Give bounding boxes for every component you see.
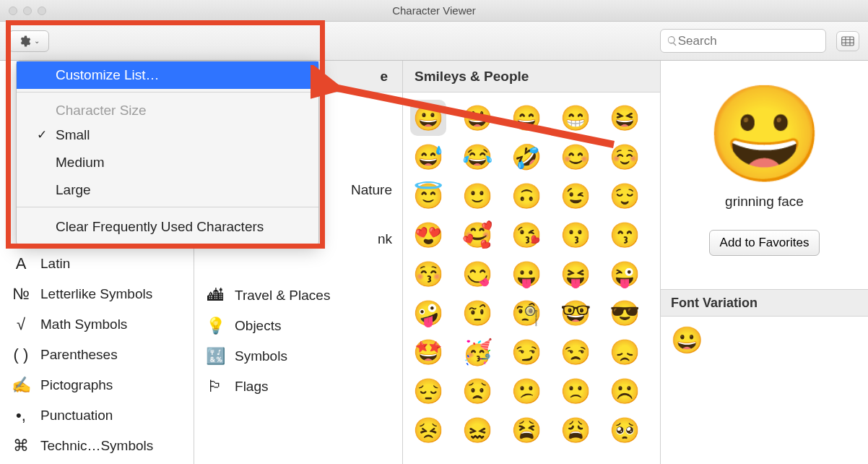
punctuation-icon: •, — [10, 405, 32, 426]
emoji-cell[interactable]: 😀 — [410, 100, 446, 136]
preview-name: grinning face — [725, 194, 804, 210]
travel-icon: 🏙 — [204, 285, 226, 306]
emoji-cell[interactable]: 😂 — [459, 139, 495, 175]
titlebar: Character Viewer — [0, 0, 868, 22]
emoji-cell[interactable]: 🥺 — [607, 412, 643, 448]
emoji-cell[interactable]: 😉 — [557, 178, 594, 214]
sidebar-item-label: Technic…Symbols — [40, 438, 153, 454]
emoji-cell[interactable]: 😇 — [410, 178, 446, 214]
sidebar-item-math[interactable]: √Math Symbols — [0, 309, 194, 340]
symbols-icon: 🔣 — [204, 345, 226, 367]
settings-dropdown: Customize List… Character Size Small Med… — [16, 61, 319, 246]
sidebar-item-technical[interactable]: ⌘Technic…Symbols — [0, 431, 194, 461]
menu-clear-frequently-used[interactable]: Clear Frequently Used Characters — [17, 210, 318, 242]
preview-pane: 😀 grinning face Add to Favorites Font Va… — [661, 61, 868, 464]
emoji-cell[interactable]: 😣 — [410, 412, 446, 448]
toolbar: ⌄ — [0, 22, 868, 61]
emoji-cell[interactable]: 🧐 — [508, 295, 544, 331]
preview-emoji: 😀 — [706, 87, 823, 181]
subcat-label: Objects — [235, 318, 281, 334]
sidebar-item-label: Letterlike Symbols — [40, 286, 152, 302]
math-icon: √ — [10, 314, 32, 335]
emoji-cell[interactable]: 😞 — [607, 334, 643, 370]
emoji-cell[interactable]: 😅 — [410, 139, 446, 175]
collapse-button[interactable] — [836, 31, 859, 51]
sidebar-item-label: Punctuation — [40, 408, 113, 424]
subcat-label: Flags — [235, 379, 268, 395]
close-window-button[interactable] — [9, 7, 17, 15]
emoji-cell[interactable]: 😃 — [459, 100, 495, 136]
emoji-cell[interactable]: 😖 — [459, 412, 495, 448]
subcat-flags[interactable]: 🏳Flags — [194, 371, 402, 402]
add-to-favorites-button[interactable]: Add to Favorites — [709, 230, 820, 256]
menu-size-large[interactable]: Large — [17, 176, 318, 204]
emoji-cell[interactable]: 😜 — [607, 256, 643, 292]
sidebar-item-label: Latin — [40, 256, 70, 272]
emoji-cell[interactable]: 😍 — [410, 217, 446, 253]
search-field[interactable] — [660, 29, 826, 53]
sidebar-item-parentheses[interactable]: ( )Parentheses — [0, 340, 194, 370]
font-variation-item[interactable]: 😀 — [661, 317, 868, 364]
subcat-travel[interactable]: 🏙Travel & Places — [194, 280, 402, 311]
emoji-cell[interactable]: 😎 — [607, 295, 643, 331]
emoji-cell[interactable]: 😆 — [607, 100, 643, 136]
parentheses-icon: ( ) — [10, 344, 32, 366]
window-title: Character Viewer — [392, 4, 476, 17]
menu-separator — [17, 92, 318, 93]
subcat-objects[interactable]: 💡Objects — [194, 311, 402, 341]
gear-icon — [18, 35, 31, 48]
emoji-cell[interactable]: 😩 — [557, 412, 594, 448]
subcat-symbols[interactable]: 🔣Symbols — [194, 341, 402, 371]
emoji-cell[interactable]: 😛 — [508, 256, 544, 292]
flags-icon: 🏳 — [204, 376, 226, 398]
emoji-cell[interactable]: 😘 — [508, 217, 544, 253]
emoji-cell[interactable]: 🥳 — [459, 334, 495, 370]
emoji-cell[interactable]: 😫 — [508, 412, 544, 448]
menu-size-label: Character Size — [17, 95, 318, 121]
emoji-cell[interactable]: 😊 — [557, 139, 594, 175]
emoji-grid: 😀😃😄😁😆😅😂🤣😊☺️😇🙂🙃😉😌😍🥰😘😗😙😚😋😛😝😜🤪🤨🧐🤓😎🤩🥳😏😒😞😔😟😕🙁… — [403, 93, 660, 455]
sidebar-item-label: Pictographs — [40, 377, 113, 393]
sidebar-item-label: Parentheses — [40, 347, 118, 363]
emoji-cell[interactable]: 🙂 — [459, 178, 495, 214]
emoji-cell[interactable]: ☹️ — [607, 373, 643, 409]
emoji-cell[interactable]: 🤩 — [410, 334, 446, 370]
sidebar-item-label: Math Symbols — [40, 317, 127, 332]
emoji-cell[interactable]: 🤪 — [410, 295, 446, 331]
search-input[interactable] — [678, 34, 820, 48]
emoji-cell[interactable]: 😙 — [607, 217, 643, 253]
technical-icon: ⌘ — [10, 435, 32, 457]
zoom-window-button[interactable] — [38, 7, 46, 15]
emoji-cell[interactable]: 😝 — [557, 256, 594, 292]
emoji-cell[interactable]: 😕 — [508, 373, 544, 409]
emoji-cell[interactable]: 😟 — [459, 373, 495, 409]
emoji-cell[interactable]: 🤣 — [508, 139, 544, 175]
emoji-cell[interactable]: 😚 — [410, 256, 446, 292]
emoji-cell[interactable]: 🙃 — [508, 178, 544, 214]
sidebar-item-letterlike[interactable]: №Letterlike Symbols — [0, 279, 194, 309]
menu-size-medium[interactable]: Medium — [17, 149, 318, 176]
emoji-cell[interactable]: 🤨 — [459, 295, 495, 331]
emoji-cell[interactable]: 😗 — [557, 217, 594, 253]
sidebar-item-punctuation[interactable]: •,Punctuation — [0, 400, 194, 431]
sidebar-item-latin[interactable]: ALatin — [0, 249, 194, 279]
grid-icon — [841, 36, 854, 46]
menu-customize-list[interactable]: Customize List… — [17, 61, 318, 89]
settings-menu-button[interactable]: ⌄ — [9, 30, 49, 52]
emoji-cell[interactable]: 😋 — [459, 256, 495, 292]
emoji-cell[interactable]: 😁 — [557, 100, 594, 136]
menu-size-small[interactable]: Small — [17, 121, 318, 149]
emoji-cell[interactable]: 😔 — [410, 373, 446, 409]
menu-separator — [17, 207, 318, 207]
emoji-cell[interactable]: 🤓 — [557, 295, 594, 331]
sidebar-item-pictographs[interactable]: ✍Pictographs — [0, 370, 194, 400]
emoji-cell[interactable]: 😄 — [508, 100, 544, 136]
emoji-cell[interactable]: 😏 — [508, 334, 544, 370]
minimize-window-button[interactable] — [23, 7, 32, 15]
emoji-cell[interactable]: 🙁 — [557, 373, 594, 409]
emoji-cell[interactable]: 😌 — [607, 178, 643, 214]
emoji-cell[interactable]: 🥰 — [459, 217, 495, 253]
subcat-label: Travel & Places — [235, 288, 330, 304]
emoji-cell[interactable]: ☺️ — [607, 139, 643, 175]
emoji-cell[interactable]: 😒 — [557, 334, 594, 370]
